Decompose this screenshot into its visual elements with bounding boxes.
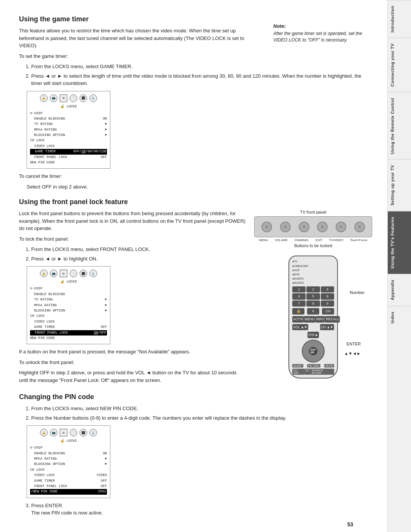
fp-mpaa: MPAA RATING <box>30 303 107 308</box>
game-timer-heading: Using the game timer <box>19 15 372 23</box>
arrow-label: ▲▼◄► <box>344 351 361 356</box>
menu-vchip: V-CHIP <box>30 111 107 116</box>
remote-body: ●TV ●CABLE/SAT ●VCR ●DVD ●AUDIO1 ●AUDIO2 <box>288 256 338 378</box>
btn-2[interactable]: 2 <box>306 286 320 293</box>
src-dvd: ●DVD <box>292 272 334 276</box>
pin-icon-1: 🔒 <box>40 429 48 436</box>
btn-ccoff[interactable]: CC OFF <box>292 369 304 375</box>
btn-3[interactable]: 3 <box>321 286 334 293</box>
fp-icon-3: ⚙ <box>60 270 67 277</box>
sidebar-tab-remote[interactable]: Using the Remote Control <box>388 92 411 160</box>
enter-label: ENTER <box>347 342 361 346</box>
btn-mute[interactable]: MUTE <box>324 364 334 367</box>
tv-label-exit: EXIT <box>315 238 322 242</box>
btn-source[interactable]: SOURCE ACTIVE <box>311 369 334 375</box>
unlock-label: To unlock the front panel: <box>19 359 247 366</box>
enter-btn[interactable]: ENTER <box>309 347 317 355</box>
pin-mpaa: MPAA RATING <box>30 456 107 462</box>
pin-icon-6: 📡 <box>89 429 97 436</box>
remote-lock-row: 🔒 0 CH <box>292 308 334 315</box>
pin-icon-5: ⬛ <box>80 429 87 436</box>
remote-nav-area: ENTER ENTER ▲▼◄► <box>292 340 334 363</box>
btn-picsize[interactable]: PIC SIZE <box>307 364 320 367</box>
sidebar-tab-introduction[interactable]: Introduction <box>388 0 411 38</box>
pin-gametimer: GAME TIMEROFF <box>30 478 107 484</box>
fp-icon-2: 📺 <box>50 270 57 277</box>
menu-enable: ENABLE BLOCKINGON <box>30 116 107 121</box>
tv-btn-exit: ⊙ <box>317 222 328 232</box>
sidebar-tab-appendix[interactable]: Appendix <box>388 274 411 305</box>
btn-cc[interactable]: CC <box>304 369 311 375</box>
remote-control-area: ●TV ●CABLE/SAT ●VCR ●DVD ●AUDIO1 ●AUDIO2 <box>254 256 372 378</box>
sidebar-tab-features[interactable]: Using the TV's Features <box>388 211 411 274</box>
src-audio2: ●AUDIO2 <box>292 281 334 285</box>
btn-9[interactable]: 9 <box>321 300 334 307</box>
btn-action[interactable]: ACT'N <box>292 316 304 323</box>
pin-step-3: Press ENTER.The new PIN code is now acti… <box>31 502 372 517</box>
icon-3: ⚙ <box>60 94 67 102</box>
fp-frontpanel-highlighted: FRONT PANEL LOCKON/OFF <box>30 330 107 335</box>
remote-bottom-row: SLEEP PIC SIZE MUTE <box>292 364 334 367</box>
tv-panel-labels: MENU VOLUME CHANNEL EXIT TV/VIDEO Touch … <box>254 238 372 242</box>
pin-vchip: V-CHIP <box>30 445 107 451</box>
btn-4[interactable]: 4 <box>292 293 306 300</box>
remote-fav-row: FAV▲ <box>292 332 334 338</box>
btn-fav[interactable]: FAV▲ <box>307 332 319 338</box>
icon-2: 📺 <box>50 94 57 102</box>
game-timer-menu-screenshot: 🔒 📺 ⚙ 🕐 ⬛ 📡 🔒 LOCKS V-CHIP ENABLE BLOCKI… <box>27 91 110 169</box>
btn-ch[interactable]: CH <box>322 308 334 315</box>
btn-menu[interactable]: MENU <box>304 316 315 323</box>
btn-recall[interactable]: RECALL <box>325 316 340 323</box>
remote-nav-circle[interactable]: ENTER <box>302 340 325 363</box>
front-panel-right: TV front panel ⊙ ⊙ ⊙ ⊙ ⊙ ⊙ MENU VOLUME <box>254 210 372 387</box>
sidebar-tab-connecting[interactable]: Connecting your TV <box>388 38 411 92</box>
menu-content-game-timer: V-CHIP ENABLE BLOCKINGON TV RATING MPAA … <box>30 111 107 166</box>
pin-enable: ENABLE BLOCKINGON <box>30 451 107 456</box>
remote-middle-row: ACT'N MENU INFO RECALL <box>292 316 334 323</box>
icon-5: ⬛ <box>80 94 87 102</box>
btn-lock[interactable]: 🔒 <box>292 308 304 315</box>
icon-6: 📡 <box>89 94 97 102</box>
tv-btn-tvvideo: ⊙ <box>336 222 346 232</box>
fp-menu-label: 🔒 LOCKS <box>30 280 107 284</box>
remote-very-bottom: CC OFF CC SOURCE ACTIVE <box>292 369 334 375</box>
remote-number-grid: 1 2 3 4 5 6 7 8 9 <box>292 286 334 307</box>
pin-videolock: VIDEO LOCKVIDEO <box>30 473 107 478</box>
pin-menu-content: V-CHIP ENABLE BLOCKINGON MPAA RATING BLO… <box>30 445 107 495</box>
fp-gametimer: GAME TIMEROFF <box>30 324 107 330</box>
not-available-text: If a button on the front panel is presse… <box>19 348 247 356</box>
buttons-locked-label: Buttons to be locked <box>254 243 372 248</box>
icon-1: 🔒 <box>40 94 48 102</box>
sidebar-tab-index[interactable]: Index <box>388 306 411 329</box>
fp-icon-1: 🔒 <box>40 270 48 277</box>
step-1: From the LOCKS menu, select GAME TIMER. <box>31 63 372 70</box>
src-cable: ●CABLE/SAT <box>292 264 334 268</box>
tv-label-channel: CHANNEL <box>294 238 309 242</box>
btn-zero[interactable]: 0 <box>307 308 319 315</box>
tv-btn-volume: ⊙ <box>280 222 291 232</box>
menu-blocking: BLOCKING OPTION <box>30 133 107 138</box>
btn-7[interactable]: 7 <box>292 300 306 307</box>
btn-5[interactable]: 5 <box>306 293 320 300</box>
fp-chlock: CH LOCK <box>30 313 107 319</box>
cancel-label: To cancel the timer: <box>19 173 372 180</box>
btn-6[interactable]: 6 <box>321 293 334 300</box>
btn-sleep[interactable]: SLEEP <box>292 364 303 367</box>
front-panel-left: Lock the front panel buttons to prevent … <box>19 210 247 387</box>
btn-1[interactable]: 1 <box>292 286 306 293</box>
fp-newpin: NEW PIN CODE <box>30 335 107 341</box>
page-container: Using the game timer Note: After the gam… <box>0 0 411 532</box>
remote-vol-ch-row: VOL ▲▼ CH ▲▼ <box>292 324 334 331</box>
pin-menu-label: 🔒 LOCKS <box>30 439 107 443</box>
unlock-text: Highlight OFF in step 2 above, or press … <box>19 369 247 384</box>
btn-vol[interactable]: VOL ▲▼ <box>292 324 308 331</box>
btn-info[interactable]: INFO <box>315 316 325 323</box>
btn-chup[interactable]: CH ▲▼ <box>320 324 334 331</box>
pin-blocking: BLOCKING OPTION <box>30 462 107 467</box>
sidebar-tab-setting[interactable]: Setting up your TV <box>388 159 411 211</box>
right-sidebar: Introduction Connecting your TV Using th… <box>387 0 411 532</box>
pin-icon-3: ⚙ <box>60 429 67 436</box>
btn-8[interactable]: 8 <box>306 300 320 307</box>
menu-icons: 🔒 📺 ⚙ 🕐 ⬛ 📡 <box>30 94 107 102</box>
cancel-text: Select OFF in step 2 above. <box>27 183 372 191</box>
